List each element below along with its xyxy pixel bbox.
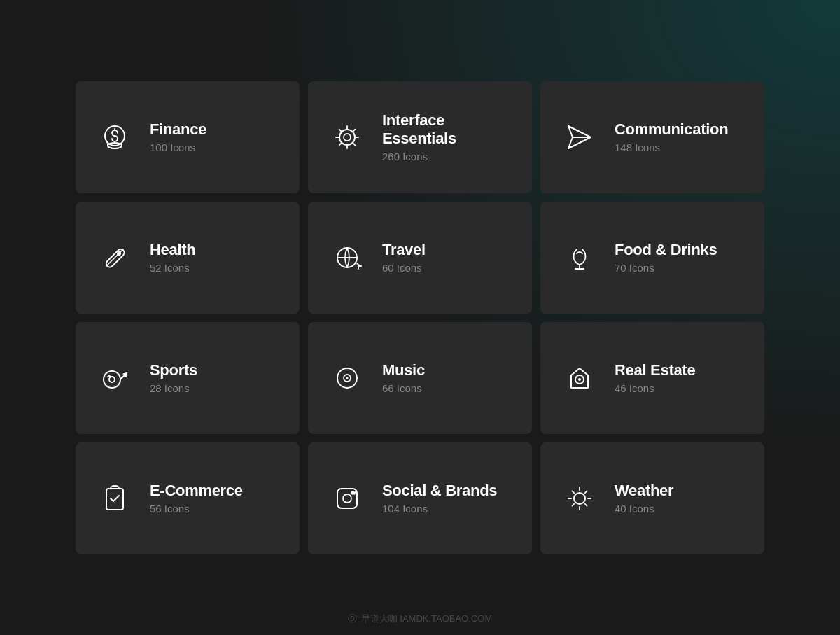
icon-category-grid: Finance 100 Icons Interface Essentials 2… — [62, 67, 778, 568]
social-brands-title: Social & Brands — [382, 482, 497, 500]
food-drinks-title: Food & Drinks — [615, 241, 717, 259]
watermark: ⓪ 早道大咖 IAMDK.TAOBAO.COM — [348, 613, 493, 625]
card-communication[interactable]: Communication 148 Icons — [540, 81, 764, 193]
finance-icon — [97, 119, 133, 155]
finance-title: Finance — [150, 120, 206, 139]
card-travel[interactable]: Travel 60 Icons — [308, 202, 532, 314]
communication-text: Communication 148 Icons — [615, 120, 728, 153]
health-title: Health — [150, 241, 195, 259]
communication-count: 148 Icons — [615, 141, 728, 153]
social-brands-text: Social & Brands 104 Icons — [382, 482, 497, 515]
card-music[interactable]: Music 66 Icons — [308, 322, 532, 434]
music-text: Music 66 Icons — [382, 361, 425, 394]
food-drinks-text: Food & Drinks 70 Icons — [615, 241, 717, 274]
card-real-estate[interactable]: Real Estate 46 Icons — [540, 322, 764, 434]
card-social-brands[interactable]: Social & Brands 104 Icons — [308, 442, 532, 554]
finance-text: Finance 100 Icons — [150, 120, 206, 153]
svg-point-10 — [117, 251, 121, 256]
card-interface-essentials[interactable]: Interface Essentials 260 Icons — [308, 81, 532, 193]
real-estate-title: Real Estate — [615, 361, 695, 379]
travel-title: Travel — [382, 241, 426, 259]
interface-essentials-title: Interface Essentials — [382, 111, 511, 148]
food-icon — [561, 239, 598, 276]
interface-essentials-count: 260 Icons — [382, 151, 511, 162]
card-finance[interactable]: Finance 100 Icons — [76, 81, 300, 193]
health-text: Health 52 Icons — [150, 241, 195, 274]
e-commerce-title: E-Commerce — [150, 482, 243, 500]
card-food-drinks[interactable]: Food & Drinks 70 Icons — [540, 202, 764, 314]
weather-icon — [561, 480, 598, 517]
card-weather[interactable]: Weather 40 Icons — [540, 442, 764, 554]
travel-icon — [329, 239, 365, 276]
send-icon — [561, 119, 598, 155]
health-count: 52 Icons — [150, 262, 195, 274]
real-estate-icon — [561, 360, 598, 396]
sports-title: Sports — [150, 361, 197, 379]
social-brands-count: 104 Icons — [382, 503, 497, 515]
sports-text: Sports 28 Icons — [150, 361, 197, 394]
weather-count: 40 Icons — [615, 503, 673, 515]
svg-point-28 — [343, 494, 351, 503]
real-estate-text: Real Estate 46 Icons — [615, 361, 695, 394]
e-commerce-text: E-Commerce 56 Icons — [150, 482, 243, 515]
svg-line-40 — [572, 503, 574, 505]
svg-point-23 — [346, 377, 349, 379]
music-count: 66 Icons — [382, 382, 425, 394]
svg-line-39 — [585, 491, 587, 493]
svg-line-37 — [572, 491, 574, 493]
real-estate-count: 46 Icons — [615, 382, 695, 394]
health-icon — [97, 239, 133, 276]
card-health[interactable]: Health 52 Icons — [76, 202, 300, 314]
interface-essentials-text: Interface Essentials 260 Icons — [382, 111, 511, 162]
social-icon — [329, 480, 365, 517]
weather-title: Weather — [615, 482, 673, 500]
svg-point-32 — [574, 493, 585, 504]
svg-rect-8 — [105, 247, 126, 268]
music-title: Music — [382, 361, 425, 379]
sports-count: 28 Icons — [150, 382, 197, 394]
settings-icon — [329, 119, 365, 155]
weather-text: Weather 40 Icons — [615, 482, 673, 515]
finance-count: 100 Icons — [150, 141, 206, 153]
ecommerce-icon — [97, 480, 133, 517]
svg-line-38 — [585, 503, 587, 505]
svg-point-5 — [340, 130, 355, 145]
sports-icon — [97, 360, 133, 396]
card-e-commerce[interactable]: E-Commerce 56 Icons — [76, 442, 300, 554]
card-sports[interactable]: Sports 28 Icons — [76, 322, 300, 434]
food-drinks-count: 70 Icons — [615, 262, 717, 274]
watermark-symbol: ⓪ — [348, 613, 357, 625]
watermark-text: 早道大咖 IAMDK.TAOBAO.COM — [361, 613, 493, 625]
travel-text: Travel 60 Icons — [382, 241, 426, 274]
svg-point-4 — [344, 134, 351, 141]
svg-point-25 — [578, 378, 581, 381]
e-commerce-count: 56 Icons — [150, 503, 243, 515]
communication-title: Communication — [615, 120, 728, 139]
music-icon — [329, 360, 365, 396]
travel-count: 60 Icons — [382, 262, 426, 274]
